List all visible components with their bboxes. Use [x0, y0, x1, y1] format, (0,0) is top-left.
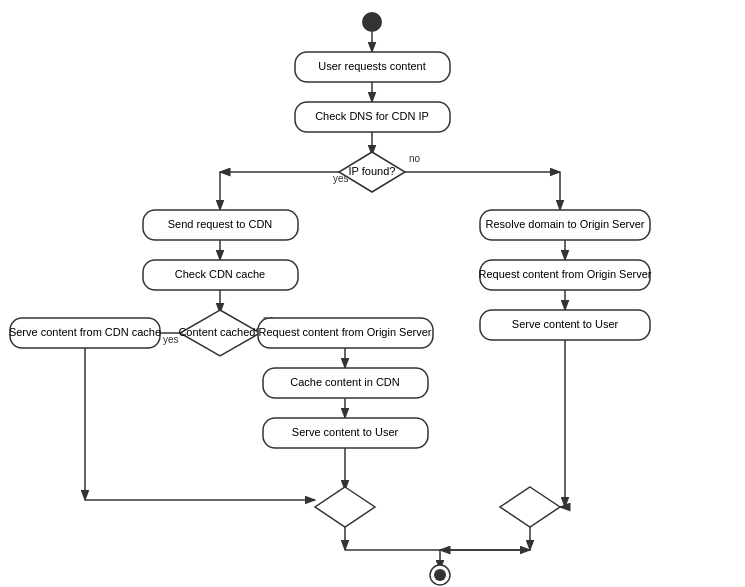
node-merge2	[500, 487, 560, 527]
label-serve-user-mid: Serve content to User	[292, 426, 399, 438]
label-ip-found: IP found?	[349, 165, 396, 177]
node-merge1	[315, 487, 375, 527]
label-request-origin-mid: Request content from Origin Server	[258, 326, 431, 338]
end-node-inner	[434, 569, 446, 581]
label-content-cached: Content cached?	[178, 326, 261, 338]
label-no-ip: no	[409, 153, 421, 164]
label-serve-user-right: Serve content to User	[512, 318, 619, 330]
label-serve-cdn-cache: Serve content from CDN cache	[9, 326, 161, 338]
start-node	[362, 12, 382, 32]
label-user-requests: User requests content	[318, 60, 426, 72]
label-send-cdn: Send request to CDN	[168, 218, 273, 230]
label-cache-cdn: Cache content in CDN	[290, 376, 399, 388]
label-check-dns: Check DNS for CDN IP	[315, 110, 429, 122]
label-request-origin-right: Request content from Origin Server	[478, 268, 651, 280]
label-yes-cache: yes	[163, 334, 179, 345]
label-resolve-domain: Resolve domain to Origin Server	[486, 218, 645, 230]
label-yes-ip: yes	[333, 173, 349, 184]
label-check-cache: Check CDN cache	[175, 268, 265, 280]
